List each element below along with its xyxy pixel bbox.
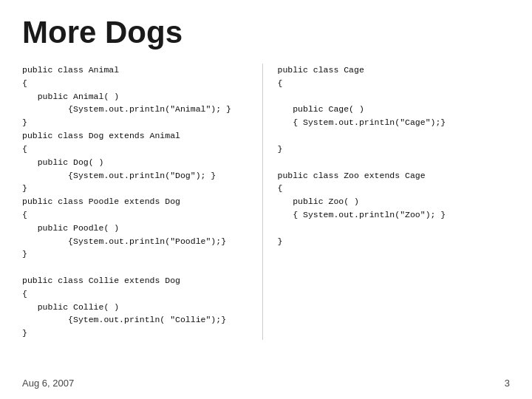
slide-footer: Aug 6, 2007 3: [22, 378, 510, 389]
right-column: public class Cage { public Cage( ) { Sys…: [263, 64, 511, 340]
slide-title: More Dogs: [22, 15, 510, 50]
slide: More Dogs public class Animal { public A…: [0, 0, 532, 399]
left-code: public class Animal { public Animal( ) {…: [22, 64, 255, 340]
footer-page: 3: [505, 378, 510, 389]
right-code: public class Cage { public Cage( ) { Sys…: [278, 64, 511, 248]
content-area: public class Animal { public Animal( ) {…: [22, 64, 510, 340]
left-column: public class Animal { public Animal( ) {…: [22, 64, 263, 340]
footer-date: Aug 6, 2007: [22, 378, 74, 389]
